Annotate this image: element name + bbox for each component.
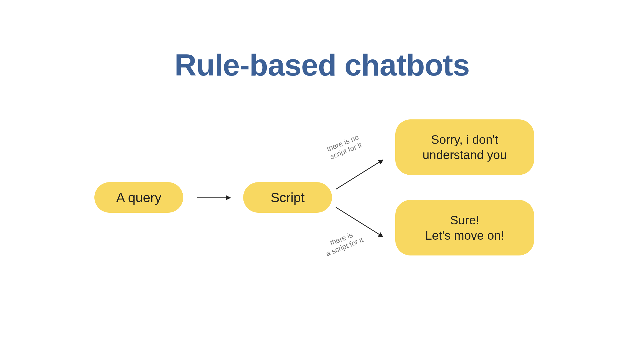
node-sure-label: Sure! Let's move on!: [425, 212, 504, 243]
node-query-label: A query: [116, 190, 162, 205]
arrow-query-to-script: [197, 197, 230, 198]
node-sorry: Sorry, i don't understand you: [395, 119, 534, 175]
edge-label-no-script: there is no script for it: [326, 133, 363, 161]
arrow-script-to-sorry: [336, 159, 383, 190]
diagram-title: Rule-based chatbots: [0, 47, 644, 82]
node-sure: Sure! Let's move on!: [395, 200, 534, 255]
node-script: Script: [243, 182, 332, 213]
node-query: A query: [94, 182, 183, 213]
edge-label-has-script: there is a script for it: [322, 228, 364, 258]
node-sorry-label: Sorry, i don't understand you: [422, 132, 507, 162]
node-script-label: Script: [271, 190, 305, 205]
